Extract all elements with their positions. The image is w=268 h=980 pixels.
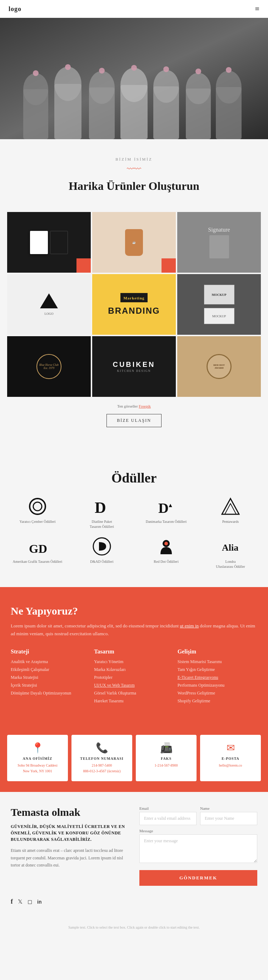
award-item-8: Alia LondraUluslararası Ödüller bbox=[200, 536, 261, 569]
header: logo ≡ bbox=[0, 0, 268, 18]
form-col: Email Name Message GÖNDERMEk bbox=[139, 806, 257, 886]
grid-item-4[interactable]: LOGO bbox=[7, 274, 91, 335]
list-item[interactable]: Shopify Geliştirme bbox=[178, 698, 257, 704]
grid-item-6[interactable]: MOCKUP MOCKUP bbox=[177, 274, 261, 335]
contact-card-phone: 📞 TELEFON NUMARASI 214-987-5400 888-012-… bbox=[72, 735, 132, 781]
what-link[interactable]: ut enim in bbox=[180, 623, 199, 628]
freepik-credit: Ten görseller Freepik bbox=[0, 404, 268, 408]
list-item[interactable]: WordPress Geliştirme bbox=[178, 690, 257, 696]
grid-item-9[interactable]: RED DOTAWARD bbox=[177, 336, 261, 397]
what-col-gelisim: Gelişim Sistem Mimarisi Tasarımı Tam Yığ… bbox=[178, 649, 257, 706]
list-item[interactable]: Hareket Tasarımı bbox=[94, 698, 174, 704]
award-item-6: D&AD Ödülleri bbox=[72, 536, 132, 569]
list-item[interactable]: Dönüşüme Dayalı Optimizasyonun bbox=[11, 690, 90, 696]
what-desc: Lorem ipsum dolor sit amet, consectetur … bbox=[11, 622, 257, 638]
what-col-title-2: Gelişim bbox=[178, 649, 257, 655]
award-label-8: LondraUluslararası Ödüller bbox=[216, 559, 245, 569]
contact-card-office: 📍 ANA OFİSİMİZ Soho 94 Broadway Caddesi … bbox=[7, 735, 68, 781]
list-item[interactable]: Analitik ve Araştırma bbox=[11, 659, 90, 665]
award-icon-2: D bbox=[92, 496, 112, 516]
form-layout: Email Name Message GÖNDERMEk bbox=[139, 806, 257, 886]
awards-section: Ödüller Yaratıcı Çember Ödülleri D Diatl… bbox=[0, 459, 268, 587]
email-input[interactable] bbox=[139, 812, 196, 825]
list-item[interactable]: Performans Optimizasyonu bbox=[178, 683, 257, 688]
intro-section: BİZİM İSİMİZ 〰〰 Harika Ürünler Oluşturun bbox=[0, 139, 268, 204]
what-col-strateji: Strateji Analitik ve Araştırma Etkileşim… bbox=[11, 649, 90, 706]
instagram-icon[interactable]: ◻ bbox=[27, 898, 32, 905]
grid-item-1[interactable] bbox=[7, 212, 91, 273]
what-col-tasarim: Tasarım Yaratıcı Yönetim Marka Kılavuzla… bbox=[94, 649, 174, 706]
message-input[interactable] bbox=[139, 834, 257, 863]
what-grid: Strateji Analitik ve Araştırma Etkileşim… bbox=[11, 649, 257, 706]
list-item[interactable]: Görsel Varlık Oluşturma bbox=[94, 690, 174, 696]
phone-info: 214-987-5400 888-012-3-4567 (ücretsiz) bbox=[76, 763, 128, 774]
svg-point-20 bbox=[195, 68, 201, 74]
award-icon-4 bbox=[220, 496, 241, 516]
svg-rect-8 bbox=[120, 85, 148, 139]
award-label-2: Diatline PaketTasarım Ödülleri bbox=[90, 519, 114, 529]
name-input[interactable] bbox=[200, 812, 257, 825]
facebook-icon[interactable]: f bbox=[11, 898, 13, 905]
twitter-icon[interactable]: 𝕏 bbox=[18, 898, 22, 905]
what-section: Ne Yapıyoruz? Lorem ipsum dolor sit amet… bbox=[0, 587, 268, 724]
location-icon: 📍 bbox=[11, 742, 64, 754]
list-item[interactable]: Marka Stratejisi bbox=[11, 675, 90, 680]
award-icon-8: Alia bbox=[220, 536, 241, 556]
award-label-7: Red Dot Ödülleri bbox=[154, 559, 178, 564]
grid-item-8[interactable]: CUBIKEN KITCHEN DESIGN bbox=[92, 336, 176, 397]
email-icon: ✉ bbox=[204, 742, 257, 754]
award-item-4: Pentawards bbox=[200, 496, 261, 529]
grid-item-7[interactable]: Blue Horse ClubEst. 1979 bbox=[7, 336, 91, 397]
grid-item-5[interactable]: Marketing BRANDING bbox=[92, 274, 176, 335]
what-col-list-1: Yaratıcı Yönetim Marka Kılavuzları Proto… bbox=[94, 659, 174, 704]
fax-title: FAKS bbox=[140, 757, 192, 760]
svg-rect-4 bbox=[54, 84, 81, 139]
list-item[interactable]: Etkileşimli Çalışmalar bbox=[11, 667, 90, 672]
freepik-link[interactable]: Freepik bbox=[139, 404, 151, 408]
svg-rect-14 bbox=[216, 87, 242, 139]
section-title: Harika Ürünler Oluşturun bbox=[9, 180, 259, 193]
phone-title: TELEFON NUMARASI bbox=[76, 757, 128, 760]
linkedin-icon[interactable]: in bbox=[37, 899, 41, 905]
list-item[interactable]: Marka Kılavuzları bbox=[94, 667, 174, 672]
hero-section bbox=[0, 18, 268, 139]
award-item-2: D Diatline PaketTasarım Ödülleri bbox=[72, 496, 132, 529]
award-label-1: Yaratıcı Çember Ödülleri bbox=[19, 519, 55, 524]
svg-text:D: D bbox=[95, 499, 106, 516]
submit-button[interactable]: GÖNDERMEk bbox=[139, 870, 257, 886]
list-item[interactable]: UI/UX ve Web Tasarım bbox=[94, 683, 174, 688]
grid-item-2[interactable]: ☕ bbox=[92, 212, 176, 273]
list-item[interactable]: İçerik Stratejisi bbox=[11, 683, 90, 688]
list-item[interactable]: E-Ticaret Entegrasyonu bbox=[178, 675, 257, 680]
hero-image bbox=[0, 18, 268, 139]
list-item[interactable]: Prototipler bbox=[94, 675, 174, 680]
fax-icon: 📠 bbox=[140, 742, 192, 754]
award-icon-1 bbox=[27, 496, 48, 516]
what-col-list-2: Sistem Mimarisi Tasarımı Tam Yığın Geliş… bbox=[178, 659, 257, 704]
svg-text:▲: ▲ bbox=[168, 502, 173, 508]
svg-rect-2 bbox=[23, 89, 48, 139]
list-item[interactable]: Tam Yığın Geliştirme bbox=[178, 667, 257, 672]
email-field-group: Email bbox=[139, 806, 196, 825]
wave-decoration: 〰〰 bbox=[9, 165, 259, 173]
svg-point-19 bbox=[163, 66, 169, 72]
what-title: Ne Yapıyoruz? bbox=[11, 605, 257, 617]
section-label: BİZİM İSİMİZ bbox=[9, 157, 259, 161]
svg-point-18 bbox=[131, 65, 137, 71]
contact-button[interactable]: BİZE ULAŞIN bbox=[107, 414, 161, 427]
social-bar: f 𝕏 ◻ in bbox=[11, 894, 257, 909]
office-info: Soho 94 Broadway Caddesi New York, NY 10… bbox=[11, 763, 64, 774]
message-field-group: Message bbox=[139, 829, 257, 864]
hamburger-menu[interactable]: ≡ bbox=[255, 4, 259, 14]
office-title: ANA OFİSİMİZ bbox=[11, 757, 64, 760]
email-label: Email bbox=[139, 806, 196, 810]
what-col-title-1: Tasarım bbox=[94, 649, 174, 655]
award-icon-7 bbox=[156, 536, 176, 556]
list-item[interactable]: Sistem Mimarisi Tasarımı bbox=[178, 659, 257, 665]
grid-item-3[interactable]: Signature bbox=[177, 212, 261, 273]
what-col-list-0: Analitik ve Araştırma Etkileşimli Çalışm… bbox=[11, 659, 90, 696]
fax-info: 1-214-567-8900 bbox=[140, 763, 192, 768]
list-item[interactable]: Yaratıcı Yönetim bbox=[94, 659, 174, 665]
email-title: E-POSTA bbox=[204, 757, 257, 760]
svg-rect-10 bbox=[153, 86, 179, 139]
